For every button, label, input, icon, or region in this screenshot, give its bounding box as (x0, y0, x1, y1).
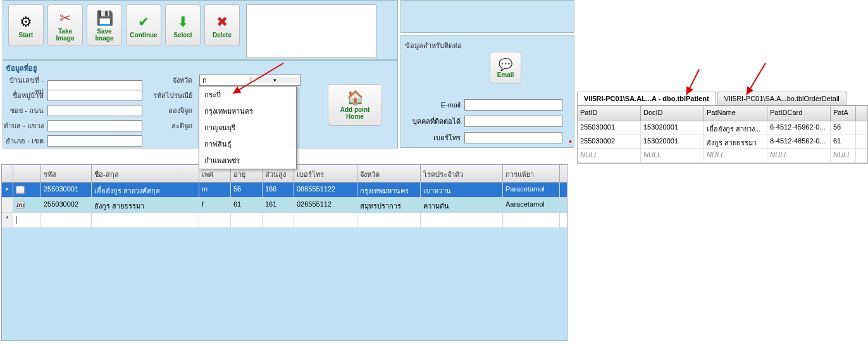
speech-bubble-icon: 💬 (499, 57, 512, 71)
select-button[interactable]: ⬇Select (165, 4, 201, 46)
postal-label: รหัสไปรษณีย์ (152, 90, 196, 101)
delete-row-button[interactable]: ลบ (16, 201, 25, 209)
person-label: บุคคลที่ติดต่อได้ (401, 116, 464, 127)
sql-grid-header: PatID DocID PatName PatIDCard PatA (578, 106, 867, 121)
svg-line-1 (686, 69, 699, 95)
sql-row-1[interactable]: 255030002 153020001 อังกูร สายธรรมา 8-45… (578, 135, 867, 149)
svg-line-2 (747, 63, 766, 95)
grid-row-new[interactable]: * (2, 213, 567, 228)
sql-row-0[interactable]: 255030001 153020001 เอื้ออังกูร สายวง...… (578, 121, 867, 135)
province-dropdown-list[interactable]: กระบี่ กรุงเทพมหานคร กาญจนบุรี กาฬสินธุ์… (199, 86, 297, 169)
take-image-button[interactable]: ✂Take Image (47, 4, 83, 46)
grid-row-1[interactable]: ลบ 255030002 อังกูร สายธรรมา f 61 161 02… (2, 198, 567, 213)
province-label: จังหวัด (152, 75, 196, 86)
col-patname[interactable]: PatName (704, 106, 767, 121)
grid-row-0[interactable]: ▸ ลบ 255030001 เอื้ออังกูร สายวงศ์สกุล m… (2, 183, 567, 198)
province-option-0[interactable]: กระบี่ (199, 87, 296, 103)
amphoe-input[interactable] (47, 135, 142, 147)
patient-grid: รหัส ชื่อ-สกุล เพศ อายุ ส่วนสูง เบอร์โทร… (1, 164, 567, 341)
tambon-input[interactable] (47, 120, 142, 131)
sql-grid: PatID DocID PatName PatIDCard PatA 25503… (577, 106, 868, 164)
gear-icon: ⚙ (20, 13, 32, 32)
contact-person-input[interactable] (464, 116, 562, 127)
continue-button[interactable]: ✔Continue (126, 4, 161, 46)
phone-label: เบอร์โทร (401, 132, 464, 143)
village-input[interactable] (47, 90, 142, 101)
contact-phone-input[interactable] (464, 132, 562, 143)
delete-row-button[interactable]: ลบ (16, 186, 25, 194)
soi-label: ซอย - ถนน (3, 105, 47, 116)
sql-panel: VII5RI-PC01\SA.AL...A - dbo.tblPatient V… (577, 92, 868, 164)
main-toolbar: ⚙Start ✂Take Image 💾Save Image ✔Continue… (3, 0, 398, 60)
col-province[interactable]: จังหวัด (357, 165, 421, 182)
province-option-1[interactable]: กรุงเทพมหานคร (199, 103, 296, 119)
col-phone[interactable]: เบอร์โทร (294, 165, 357, 182)
village-label: ชื่อหมู่บ้าน (3, 90, 47, 101)
soi-input[interactable] (47, 105, 142, 116)
blank-panel (400, 0, 574, 33)
col-allergy[interactable]: การแพ้ยา (503, 165, 560, 182)
lat-label: ละติจูด (152, 120, 196, 131)
start-button[interactable]: ⚙Start (8, 4, 44, 46)
new-row-indicator-icon: * (2, 213, 13, 227)
tambon-label: ตำบล - แขวง (3, 120, 47, 131)
contact-group: ข้อมูลสำหรับติดต่อ 💬 Email E-mail บุคคลท… (400, 35, 574, 148)
col-docid[interactable]: DocID (641, 106, 704, 121)
col-patid[interactable]: PatID (578, 106, 641, 121)
email-label: E-mail (401, 101, 464, 109)
col-pata[interactable]: PatA (831, 106, 856, 121)
tab-bar: VII5RI-PC01\SA.AL...A - dbo.tblPatient V… (577, 92, 868, 106)
row-indicator (2, 198, 13, 212)
email-button[interactable]: 💬 Email (490, 52, 521, 83)
home-icon: 🏠 (347, 90, 364, 106)
col-patidcard[interactable]: PatIDCard (767, 106, 831, 121)
province-value: ก (200, 75, 250, 86)
required-indicator: • (569, 136, 572, 147)
delete-row-button[interactable] (16, 216, 17, 224)
tab-patient[interactable]: VII5RI-PC01\SA.AL...A - dbo.tblPatient (577, 92, 716, 105)
scissors-icon: ✂ (59, 9, 71, 28)
add-point-home-button[interactable]: 🏠 Add point Home (328, 84, 382, 126)
floppy-icon: 💾 (96, 9, 113, 28)
col-name[interactable]: ชื่อ-สกุล (92, 165, 199, 182)
province-option-2[interactable]: กาญจนบุรี (199, 119, 296, 136)
sql-row-null[interactable]: NULL NULL NULL NULL NULL (578, 149, 867, 163)
x-icon: ✖ (216, 13, 228, 32)
long-label: ลองจิจูด (152, 105, 196, 116)
delete-button[interactable]: ✖Delete (204, 4, 240, 46)
chevron-down-icon: ▾ (250, 77, 301, 83)
col-id[interactable]: รหัส (41, 165, 92, 182)
tab-orderdetail[interactable]: VII5RI-PC01\SA.A...bo.tblOrderDetail (717, 92, 846, 105)
amphoe-label: อำเภอ - เขต (3, 135, 47, 147)
province-dropdown[interactable]: ก ▾ (199, 75, 301, 86)
preview-box (246, 4, 376, 58)
address-title: ข้อมูลที่อยู่ (6, 63, 37, 74)
contact-title: ข้อมูลสำหรับติดต่อ (405, 40, 462, 51)
arrow-down-icon: ⬇ (177, 13, 189, 32)
row-indicator-icon: ▸ (2, 183, 13, 197)
col-disease[interactable]: โรคประจำตัว (421, 165, 503, 182)
province-option-3[interactable]: กาฬสินธุ์ (199, 136, 296, 152)
save-image-button[interactable]: 💾Save Image (87, 4, 122, 46)
province-option-4[interactable]: กำแพงเพชร (199, 152, 296, 169)
check-icon: ✔ (138, 13, 149, 32)
email-input[interactable] (464, 99, 562, 111)
